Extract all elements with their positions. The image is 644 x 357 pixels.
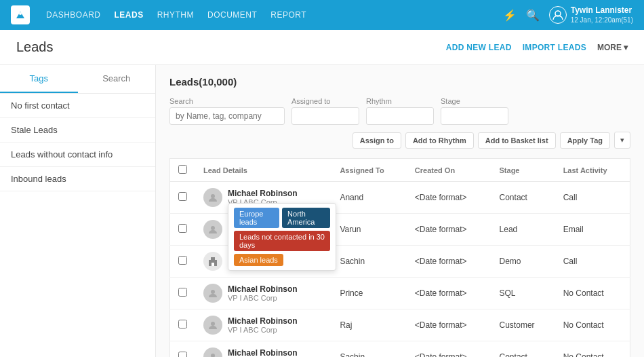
sidebar-item-stale-leads[interactable]: Stale Leads	[0, 118, 155, 143]
stage-input[interactable]	[441, 107, 508, 125]
person-avatar-icon	[203, 284, 222, 303]
sidebar-tabs: Tags Search	[0, 65, 155, 94]
last-activity-cell: Email	[555, 214, 630, 246]
add-new-lead-button[interactable]: ADD NEW LEAD	[446, 43, 512, 52]
import-leads-button[interactable]: IMPORT LEADS	[523, 43, 586, 52]
svg-rect-6	[212, 263, 214, 266]
search-filter-group: Search	[169, 97, 285, 125]
assigned-to-cell: Varun	[331, 214, 406, 246]
lead-name[interactable]: Michael Robinson	[228, 348, 298, 357]
nav-dashboard[interactable]: DASHBOARD	[46, 10, 101, 20]
lightning-icon[interactable]: ⚡	[503, 9, 517, 22]
more-menu[interactable]: MORE ▾	[597, 43, 628, 52]
nav-leads[interactable]: LEADS	[115, 10, 144, 20]
created-on-cell: <Date format>	[407, 341, 491, 358]
page-title: Leads	[16, 39, 54, 55]
svg-rect-5	[211, 257, 215, 260]
stage-cell: Contact	[491, 182, 555, 214]
nav-document[interactable]: DOCUMENT	[207, 10, 257, 20]
table-row: Michael RobinsonVP I ABC CorpEurope lead…	[170, 182, 630, 214]
apply-tag-button[interactable]: Apply Tag	[560, 132, 610, 149]
search-icon[interactable]: 🔍	[526, 9, 540, 22]
tag-north-america[interactable]: North America	[282, 208, 330, 228]
assigned-to-input[interactable]	[291, 107, 359, 125]
user-avatar	[549, 6, 567, 24]
row-checkbox[interactable]	[178, 256, 187, 265]
row-checkbox[interactable]	[178, 224, 187, 233]
created-on-cell: <Date format>	[407, 309, 491, 341]
tag-europe-leads[interactable]: Europe leads	[234, 208, 279, 228]
lead-details-cell: Michael RobinsonVP I ABC Corp	[195, 309, 331, 341]
sidebar-item-no-first-contact[interactable]: No first contact	[0, 94, 155, 118]
lead-name-company: Michael RobinsonVP I ABC Corp	[228, 348, 298, 357]
leads-count-title: Leads(10,000)	[169, 76, 630, 88]
select-all-checkbox[interactable]	[178, 165, 187, 174]
created-on-cell: <Date format>	[407, 214, 491, 246]
tag-asian-leads[interactable]: Asian leads	[234, 254, 283, 266]
user-menu[interactable]: Tywin Lannister 12 Jan, 12:20am(51)	[549, 5, 633, 25]
rhythm-input[interactable]	[366, 107, 434, 125]
lead-name-company: Michael RobinsonVP I ABC Corp	[228, 316, 298, 334]
chevron-down-icon: ▾	[624, 43, 628, 52]
row-checkbox-cell	[170, 246, 196, 278]
lead-name[interactable]: Michael Robinson	[228, 189, 298, 198]
sidebar-item-inbound-leads[interactable]: Inbound leads	[0, 167, 155, 191]
svg-point-8	[211, 322, 215, 326]
tag-not-contacted[interactable]: Leads not contacted in 30 days	[234, 231, 330, 251]
col-stage: Stage	[491, 159, 555, 182]
nav-report[interactable]: REPORT	[270, 10, 306, 20]
main-layout: Tags Search No first contact Stale Leads…	[0, 65, 644, 357]
assigned-to-cell: Sachin	[331, 341, 406, 358]
row-checkbox[interactable]	[178, 320, 187, 328]
stage-cell: Demo	[491, 246, 555, 278]
assigned-to-label: Assigned to	[291, 97, 359, 105]
created-on-cell: <Date format>	[407, 246, 491, 278]
col-assigned-to: Assigned to	[331, 159, 406, 182]
action-buttons: Assign to Add to Rhythm Add to Basket li…	[353, 132, 630, 149]
stage-cell: Customer	[491, 309, 555, 341]
row-checkbox[interactable]	[178, 192, 187, 201]
person-avatar-icon	[203, 347, 222, 357]
select-all-header	[170, 159, 196, 182]
add-to-basket-button[interactable]: Add to Basket list	[478, 132, 556, 149]
assigned-to-cell: Sachin	[331, 246, 406, 278]
person-avatar-icon	[203, 220, 222, 239]
last-activity-cell: No Contact	[555, 309, 630, 341]
lead-name[interactable]: Michael Robinson	[228, 284, 298, 294]
subheader: Leads ADD NEW LEAD IMPORT LEADS MORE ▾	[0, 30, 644, 65]
col-lead-details: Lead Details	[195, 159, 331, 182]
stage-cell: Contact	[491, 341, 555, 358]
nav-links: DASHBOARD LEADS RHYTHM DOCUMENT REPORT	[46, 10, 487, 20]
user-date: 12 Jan, 12:20am(51)	[571, 16, 633, 24]
assigned-to-cell: Prince	[331, 278, 406, 309]
svg-point-2	[211, 194, 215, 198]
lead-name[interactable]: Michael Robinson	[228, 316, 298, 326]
nav-rhythm[interactable]: RHYTHM	[157, 10, 194, 20]
tab-search[interactable]: Search	[78, 65, 156, 93]
svg-point-0	[19, 12, 22, 15]
row-checkbox[interactable]	[178, 352, 187, 357]
col-created-on: Created on	[407, 159, 491, 182]
lead-company: VP I ABC Corp	[228, 294, 298, 302]
actions-dropdown-button[interactable]: ▾	[614, 132, 630, 149]
assign-to-button[interactable]: Assign to	[353, 132, 401, 149]
lead-details-cell: Michael RobinsonVP I ABC Corp	[195, 278, 331, 309]
tab-tags[interactable]: Tags	[0, 65, 78, 93]
rhythm-filter-group: Rhythm	[366, 97, 434, 125]
add-to-rhythm-button[interactable]: Add to Rhythm	[405, 132, 474, 149]
lead-details-cell: Michael RobinsonVP I ABC Corp	[195, 341, 331, 358]
stage-filter-group: Stage	[441, 97, 508, 125]
last-activity-cell: Call	[555, 182, 630, 214]
row-checkbox[interactable]	[178, 288, 187, 297]
search-input[interactable]	[169, 107, 285, 125]
leads-table: Lead Details Assigned to Created on Stag…	[169, 158, 630, 357]
stage-cell: SQL	[491, 278, 555, 309]
tag-popup: Europe leadsNorth AmericaLeads not conta…	[228, 203, 336, 271]
row-checkbox-cell	[170, 278, 196, 309]
filters-row: Search Assigned to Rhythm Stage Assign t…	[169, 97, 630, 149]
table-row: Michael RobinsonVP I ABC CorpSachin<Date…	[170, 341, 630, 358]
search-label: Search	[169, 97, 285, 105]
sidebar-item-no-contact-info[interactable]: Leads without contact info	[0, 143, 155, 167]
building-avatar-icon	[203, 252, 222, 271]
last-activity-cell: No Contact	[555, 341, 630, 358]
